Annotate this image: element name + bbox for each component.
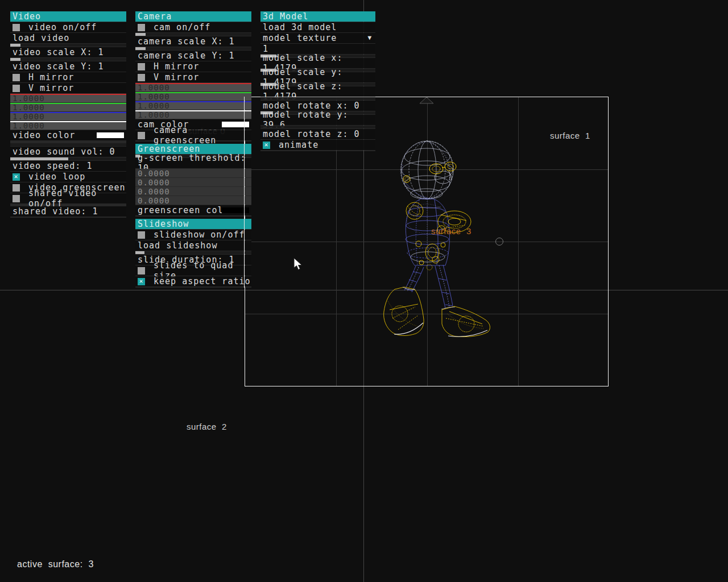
toggle-label: cam on/off xyxy=(154,22,210,32)
dropdown-arrow-icon[interactable]: ▼ xyxy=(367,33,372,43)
color-channel-slider[interactable]: 0.0000 xyxy=(135,196,251,205)
video-speed-1-slider[interactable]: video speed: 1 xyxy=(10,157,126,171)
slider-track[interactable] xyxy=(260,126,375,128)
checkbox-icon: ✕ xyxy=(263,142,270,149)
color-channel-slider[interactable]: 1.0000 xyxy=(10,121,126,130)
check-glyph: ✕ xyxy=(139,276,144,286)
channel-value: 0.0000 xyxy=(138,197,251,205)
color-channel-slider[interactable]: 1.0000 xyxy=(10,112,126,120)
slider-label-row: camera scale Y: 1 xyxy=(135,51,251,61)
slider-fill xyxy=(135,33,146,36)
h-mirror-toggle[interactable]: H mirror xyxy=(135,61,251,72)
color-channel-slider[interactable]: 1.0000 xyxy=(135,92,251,101)
keep-aspect-ratio-toggle[interactable]: ✕keep aspect ratio xyxy=(135,276,251,286)
animate-toggle[interactable]: ✕animate xyxy=(260,140,375,150)
slider-track[interactable] xyxy=(10,44,126,47)
video-on-off-toggle[interactable]: video on/off xyxy=(10,22,126,32)
checkbox-icon xyxy=(138,231,145,239)
checkbox-icon xyxy=(138,74,145,81)
color-channel-slider[interactable]: 1.0000 xyxy=(10,94,126,102)
toggle-label: slideshow on/off xyxy=(154,230,245,240)
channel-value: 1.0000 xyxy=(13,94,126,102)
checkbox-icon xyxy=(138,24,145,31)
slider-label: video speed: 1 xyxy=(13,161,92,171)
slider-track[interactable] xyxy=(10,157,126,160)
v-mirror-toggle[interactable]: V mirror xyxy=(10,83,126,93)
checkbox-icon xyxy=(13,85,20,92)
slideshow-on-off-toggle[interactable]: slideshow on/off xyxy=(135,230,251,240)
surface-edge-overlay xyxy=(244,97,245,288)
channel-value: 0.0000 xyxy=(138,178,251,186)
camera-greenscreen-toggle[interactable]: camera greenscreen xyxy=(135,130,251,140)
color-channel-slider[interactable]: 1.0000 xyxy=(10,103,126,111)
toggle-label: video on/off xyxy=(28,22,97,32)
toggle-label: V mirror xyxy=(28,83,74,93)
slider-track[interactable] xyxy=(135,33,251,36)
model-texture-dropdown[interactable]: model texture▼ xyxy=(260,33,375,43)
toggle-label: H mirror xyxy=(28,72,74,82)
color-channel-slider[interactable]: 0.0000 xyxy=(135,178,251,186)
load-slideshow-button[interactable]: load slideshow xyxy=(135,240,251,251)
checkbox-icon: ✕ xyxy=(138,278,145,285)
video-color-preview[interactable]: video color xyxy=(10,130,126,140)
panel-header-3d-model[interactable]: 3d Model xyxy=(260,11,375,22)
channel-value: 1.0000 xyxy=(138,111,251,119)
checkbox-icon xyxy=(138,267,145,275)
slider-track[interactable] xyxy=(260,97,375,100)
color-swatch xyxy=(222,207,249,213)
slider-label-row: video speed: 1 xyxy=(10,161,126,171)
shared-video-1-label: shared video: 1 xyxy=(10,206,126,217)
panel-column: Cameracam on/offcamera scale X: 1camera … xyxy=(135,11,251,290)
v-mirror-toggle[interactable]: V mirror xyxy=(135,72,251,82)
color-channel-slider[interactable]: 0.0000 xyxy=(135,169,251,177)
channel-value: 1.0000 xyxy=(138,84,251,92)
g-screen-threshold-10-slider[interactable]: g-screen threshold: 10 xyxy=(135,155,251,168)
slider-label-row: video scale X: 1 xyxy=(10,47,126,57)
channel-value: 1.0000 xyxy=(13,113,126,120)
shared-video-on-off-toggle[interactable]: shared video on/off xyxy=(10,193,126,203)
slider-track[interactable] xyxy=(10,58,126,61)
slider-label: video sound vol: 0 xyxy=(13,147,115,157)
checkbox-icon xyxy=(138,132,145,139)
channel-value: 0.0000 xyxy=(138,169,251,177)
video-loop-toggle[interactable]: ✕video loop xyxy=(10,172,126,182)
color-channel-slider[interactable]: 1.0000 xyxy=(135,110,251,119)
video-scale-x-1-slider[interactable]: video scale X: 1 xyxy=(10,44,126,57)
slider-fill xyxy=(10,157,68,160)
model-rotate-z-0-slider[interactable]: model rotate z: 0 xyxy=(260,126,375,139)
model-rotate-x-0-slider[interactable]: model rotate x: 0 xyxy=(260,97,375,111)
toggle-label: H mirror xyxy=(154,61,199,72)
panel-header-video[interactable]: Video xyxy=(10,11,126,22)
color-channel-slider[interactable]: 1.0000 xyxy=(135,101,251,110)
toggle-label: keep aspect ratio xyxy=(154,276,251,286)
slider-track[interactable] xyxy=(135,47,251,50)
button-label: load video xyxy=(13,33,69,43)
h-mirror-toggle[interactable]: H mirror xyxy=(10,72,126,82)
model-scale-z-1-4179-slider[interactable]: model scale z: 1.4179 xyxy=(260,83,375,97)
toggle-label: video loop xyxy=(28,172,85,182)
color-channel-slider[interactable]: 1.0000 xyxy=(135,83,251,92)
video-scale-y-1-slider[interactable]: video scale Y: 1 xyxy=(10,58,126,72)
model-scale-x-1-4179-slider[interactable]: model scale x: 1.4179 xyxy=(260,55,375,68)
slider-label-row: camera scale X: 1 xyxy=(135,36,251,47)
slides-to-quad-size-toggle[interactable]: slides to quad size xyxy=(135,265,251,276)
button-label: load slideshow xyxy=(138,240,217,251)
panel-header-slideshow[interactable]: Slideshow xyxy=(135,219,251,229)
model-scale-y-1-4179-slider[interactable]: model scale y: 1.4179 xyxy=(260,69,375,82)
panel-column: Videovideo on/offload videovideo scale X… xyxy=(10,11,126,220)
panel-header-camera[interactable]: Camera xyxy=(135,11,251,22)
cam-on-off-toggle[interactable]: cam on/off xyxy=(135,22,251,32)
model-rotate-y-39-6-slider[interactable]: model rotate y: 39.6 xyxy=(260,111,375,125)
slider-fill xyxy=(135,251,144,254)
greenscreen-col-preview[interactable]: greenscreen col xyxy=(135,205,251,215)
slider-label: camera scale X: 1 xyxy=(138,36,235,47)
slider-track[interactable] xyxy=(10,143,126,146)
load-video-button[interactable]: load video xyxy=(10,33,126,43)
load-3d-model-button[interactable]: load 3d model xyxy=(260,22,375,32)
color-channel-slider[interactable]: 0.0000 xyxy=(135,187,251,196)
camera-scale-y-1-slider[interactable]: camera scale Y: 1 xyxy=(135,47,251,61)
slider-track[interactable] xyxy=(135,251,251,254)
panel-column: 3d Modelload 3d modelmodel texture▼1mode… xyxy=(260,11,375,153)
video-sound-vol-0-slider[interactable]: video sound vol: 0 xyxy=(10,143,126,157)
camera-scale-x-1-slider[interactable]: camera scale X: 1 xyxy=(135,33,251,47)
